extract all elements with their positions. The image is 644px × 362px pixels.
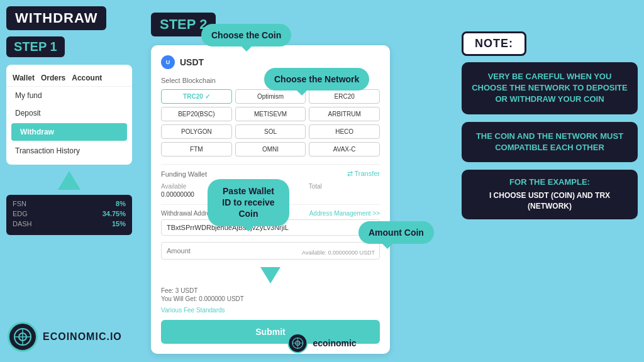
stat-label-edg: EDG xyxy=(13,210,28,217)
arrow-down-icon xyxy=(260,267,280,283)
example-title: FOR THE EXAMPLE: xyxy=(472,177,628,187)
nav-withdraw[interactable]: Withdraw xyxy=(11,123,127,141)
stat-value-dash: 15% xyxy=(112,220,126,228)
blockchain-btn-metisevm[interactable]: METISEVM xyxy=(235,107,306,121)
bottom-logo-text: ecoinomic xyxy=(313,338,356,348)
balance-total: Total xyxy=(309,183,380,198)
orders-menu[interactable]: Orders xyxy=(41,74,65,82)
bubble-choose-network: Choose the Network xyxy=(264,68,369,90)
arrow-up-indicator xyxy=(6,171,132,190)
wallet-menu[interactable]: Wallet xyxy=(13,74,35,82)
you-get-text: You Will Get: 0.000000 USDT xyxy=(161,295,380,302)
blockchain-btn-erc20[interactable]: ERC20 xyxy=(309,89,380,104)
arrow-down-container xyxy=(161,267,380,283)
coin-icon: U xyxy=(161,55,175,69)
available-value: 0.00000000 xyxy=(161,191,194,198)
note-box-1: VERY BE CAREFUL WHEN YOU CHOOSE THE NETW… xyxy=(462,62,638,114)
blockchain-btn-heco[interactable]: HECO xyxy=(309,124,380,139)
coin-label: USDT xyxy=(180,57,204,67)
blockchain-btn-arbitrum[interactable]: ARBITRUM xyxy=(309,107,380,121)
note-text-2: THE COIN AND THE NETWORK MUST COMPATIBLE… xyxy=(472,131,628,153)
blockchain-grid: TRC20 Optimism ERC20 BEP20(BSC) METISEVM… xyxy=(161,89,380,156)
funding-wallet-label: Funding Wallet xyxy=(161,170,207,178)
stat-value-fsn: 8% xyxy=(116,200,126,207)
amount-input-wrapper: Available: 0.00000000 USDT xyxy=(161,242,380,263)
blockchain-btn-bep20[interactable]: BEP20(BSC) xyxy=(161,107,232,121)
fee-text: Fee: 3 USDT xyxy=(161,287,380,294)
bubble-paste-wallet: Paste Wallet ID to receive Coin xyxy=(208,179,289,226)
fee-standards-link[interactable]: Various Fee Standards xyxy=(161,307,225,314)
bubble-amount-coin: Amount Coin xyxy=(358,221,434,244)
note-badge: NOTE: xyxy=(462,31,526,56)
bubble-choose-coin: Choose the Coin xyxy=(201,24,291,47)
stat-label-fsn: FSN xyxy=(13,200,26,207)
withdraw-badge: WITHDRAW xyxy=(6,6,106,30)
right-panel: NOTE: VERY BE CAREFUL WHEN YOU CHOOSE TH… xyxy=(462,31,638,219)
nav-deposit[interactable]: Deposit xyxy=(6,104,132,122)
bottom-ecoinomic-icon xyxy=(287,333,308,353)
note-text-1: VERY BE CAREFUL WHEN YOU CHOOSE THE NETW… xyxy=(472,71,628,106)
example-box: FOR THE EXAMPLE: I CHOOSE USDT (COIN) AN… xyxy=(462,170,638,219)
logo-bottom: ECOINOMIC.IO xyxy=(8,322,122,352)
transfer-link[interactable]: ⇄ Transfer xyxy=(347,170,380,178)
funding-row: Funding Wallet ⇄ Transfer xyxy=(161,170,380,178)
stat-row-fsn: FSN 8% xyxy=(13,200,126,207)
stat-row-dash: DASH 15% xyxy=(13,220,126,228)
blockchain-btn-polygon[interactable]: POLYGON xyxy=(161,124,232,139)
nav-transaction-history[interactable]: Transaction History xyxy=(6,142,132,160)
arrow-up-icon xyxy=(58,171,80,190)
coin-row: U USDT xyxy=(161,55,380,69)
bottom-logo: ecoinomic xyxy=(287,333,356,353)
address-manage-link[interactable]: Address Management >> xyxy=(309,210,380,217)
account-menu[interactable]: Account xyxy=(72,74,102,82)
nav-header: Wallet Orders Account xyxy=(6,70,132,87)
blockchain-btn-ftm[interactable]: FTM xyxy=(161,142,232,156)
stat-label-dash: DASH xyxy=(13,220,32,228)
nav-myfund[interactable]: My fund xyxy=(6,87,132,104)
stat-value-edg: 34.75% xyxy=(103,210,126,217)
blockchain-btn-trc20[interactable]: TRC20 xyxy=(161,89,232,104)
blockchain-btn-omni[interactable]: OMNI xyxy=(235,142,306,156)
logo-text: ECOINOMIC.IO xyxy=(43,331,122,343)
stats-box: FSN 8% EDG 34.75% DASH 15% xyxy=(6,195,132,235)
note-box-2: THE COIN AND THE NETWORK MUST COMPATIBLE… xyxy=(462,122,638,162)
total-label: Total xyxy=(309,183,380,190)
stat-row-edg: EDG 34.75% xyxy=(13,210,126,217)
ecoinomic-logo-icon xyxy=(8,322,38,352)
available-inline-text: Available: 0.00000000 USDT xyxy=(302,250,375,256)
step1-badge: STEP 1 xyxy=(6,36,65,57)
nav-box: Wallet Orders Account My fund Deposit Wi… xyxy=(6,65,132,165)
example-text: I CHOOSE USDT (COIN) AND TRX (NETWORK) xyxy=(472,190,628,212)
left-panel: WITHDRAW STEP 1 Wallet Orders Account My… xyxy=(0,0,138,362)
blockchain-btn-avaxc[interactable]: AVAX-C xyxy=(309,142,380,156)
blockchain-btn-sol[interactable]: SOL xyxy=(235,124,306,139)
